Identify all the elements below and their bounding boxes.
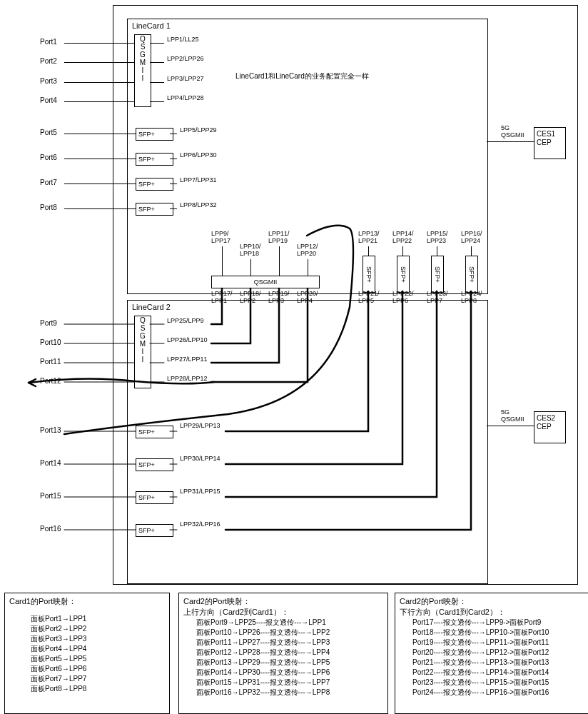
t2-hdr: Card2的Port映射： — [183, 596, 383, 607]
t1-hdr: Card1的Port映射： — [9, 596, 165, 607]
t3-hdr: Card2的Port映射： — [400, 596, 587, 607]
t2-sub: 上行方向（Card2到Card1）： — [183, 607, 383, 618]
table-card1: Card1的Port映射： 面板Port1→LPP1 面板Port2→LPP2 … — [4, 593, 170, 714]
table-card2-up: Card2的Port映射： 上行方向（Card2到Card1）： 面板Port9… — [178, 593, 388, 714]
t3-sub: 下行方向（Card1到Card2）： — [400, 607, 587, 618]
wiring-overlay — [0, 0, 588, 585]
table-card2-down: Card2的Port映射： 下行方向（Card1到Card2）： Port17-… — [395, 593, 588, 714]
